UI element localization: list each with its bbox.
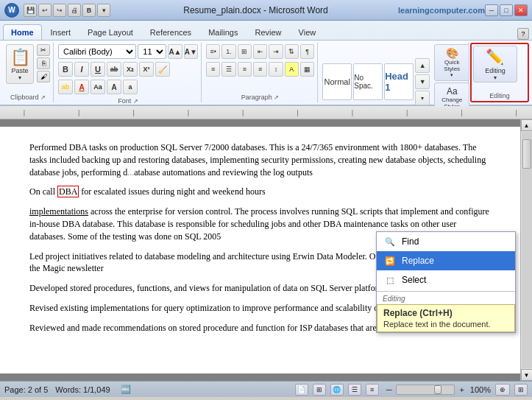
view-print-button[interactable]: 📄: [295, 384, 308, 396]
style-scroll-buttons: ▲ ▼ ▾: [415, 58, 430, 105]
clear-formatting-button[interactable]: 🧹: [155, 62, 170, 77]
font-size-select[interactable]: 11: [138, 44, 166, 59]
bullets-button[interactable]: ≡•: [206, 44, 220, 59]
copy-button[interactable]: ⎘: [37, 57, 50, 69]
tooltip-desc: Replace text in the document.: [383, 320, 508, 329]
subscript-button[interactable]: X₂: [123, 62, 138, 77]
increase-indent-button[interactable]: ⇥: [269, 44, 283, 59]
zoom-slider[interactable]: [396, 385, 455, 395]
zoom-percent-label: 100%: [470, 385, 491, 394]
change-case-button[interactable]: Aa: [91, 80, 105, 94]
editing-button[interactable]: ✏️ Editing ▾: [473, 46, 517, 83]
zoom-plus-button[interactable]: +: [459, 385, 464, 394]
font-size-decrease2[interactable]: a: [123, 80, 138, 94]
decrease-indent-button[interactable]: ⇤: [253, 44, 267, 59]
save-button[interactable]: 💾: [24, 4, 37, 17]
tab-page-layout[interactable]: Page Layout: [79, 24, 141, 40]
replace-label: Replace: [402, 256, 434, 266]
style-heading1[interactable]: Head 1: [384, 63, 414, 100]
shading-button[interactable]: A: [285, 62, 299, 77]
grow-font-button[interactable]: A▲: [168, 44, 182, 59]
line-spacing-button[interactable]: ↕: [269, 62, 283, 77]
para-row-1: ≡• 1. ⊞ ⇤ ⇥ ⇅ ¶: [206, 44, 314, 59]
bold-button[interactable]: B: [58, 62, 73, 77]
redo-button[interactable]: ↪: [53, 4, 66, 17]
ribbon: Home Insert Page Layout References Maili…: [0, 21, 532, 106]
superscript-button[interactable]: X²: [139, 62, 154, 77]
underline-button[interactable]: U: [91, 62, 105, 77]
paragraph-group: ≡• 1. ⊞ ⇤ ⇥ ⇅ ¶ ≡ ☰ ≡ ≡ ↕ A ▦: [203, 43, 318, 102]
select-menu-item[interactable]: ⬚ Select: [377, 270, 515, 290]
undo-button[interactable]: ↩: [38, 4, 52, 17]
tab-references[interactable]: References: [142, 24, 199, 40]
maximize-button[interactable]: □: [500, 4, 513, 16]
scroll-track[interactable]: [522, 132, 532, 368]
view-draft-button[interactable]: ≡: [366, 384, 379, 396]
tab-home[interactable]: Home: [3, 24, 42, 40]
multilevel-list-button[interactable]: ⊞: [238, 44, 252, 59]
numbering-button[interactable]: 1.: [221, 44, 235, 59]
tab-view[interactable]: View: [291, 24, 324, 40]
show-formatting-button[interactable]: ¶: [300, 44, 314, 59]
quick-styles-button[interactable]: 🎨 QuickStyles ▾: [434, 44, 469, 81]
minimize-button[interactable]: ─: [485, 4, 498, 16]
clipboard-label: Clipboard ↗: [10, 92, 46, 101]
shrink-font-button[interactable]: A▼: [184, 44, 198, 59]
print-button[interactable]: 🖨: [68, 4, 81, 17]
status-icon: 🔤: [121, 385, 131, 394]
editing-group-label: Editing: [489, 91, 510, 99]
style-more-button[interactable]: ▾: [415, 91, 430, 105]
tab-insert[interactable]: Insert: [43, 24, 79, 40]
tab-mailings[interactable]: Mailings: [200, 24, 246, 40]
style-normal[interactable]: Normal: [322, 63, 352, 100]
strikethrough-button[interactable]: ab: [107, 62, 121, 77]
scroll-down-button[interactable]: ▼: [521, 369, 533, 381]
zoom-expand-button[interactable]: ⊞: [514, 384, 528, 396]
doc-paragraph-1: Performed DBA tasks on production SQL Se…: [29, 141, 491, 178]
editing-dropdown: 🔍 Find 🔁 Replace ⬚ Select Editing Replac…: [376, 231, 516, 333]
text-highlight-button[interactable]: ab: [58, 80, 73, 94]
bold-quick-button[interactable]: B: [82, 4, 96, 17]
align-left-button[interactable]: ≡: [206, 62, 220, 77]
find-menu-item[interactable]: 🔍 Find: [377, 232, 515, 251]
zoom-thumb[interactable]: [434, 385, 441, 394]
style-no-spacing[interactable]: No Spac.: [353, 63, 383, 100]
view-fullscreen-button[interactable]: ⊞: [313, 384, 326, 396]
replace-menu-item[interactable]: 🔁 Replace: [377, 251, 515, 270]
word-logo: W: [4, 3, 19, 18]
align-center-button[interactable]: ☰: [221, 62, 235, 77]
cut-button[interactable]: ✂: [37, 44, 50, 56]
tab-review[interactable]: Review: [247, 24, 289, 40]
editing-content: ✏️ Editing ▾: [473, 46, 526, 91]
close-button[interactable]: ✕: [514, 4, 528, 16]
view-web-button[interactable]: 🌐: [330, 384, 344, 396]
view-outline-button[interactable]: ☰: [348, 384, 361, 396]
zoom-fit-button[interactable]: ⊕: [495, 384, 510, 396]
font-size-increase2[interactable]: A: [107, 80, 121, 94]
font-row-3: ab A Aa A a: [58, 80, 198, 94]
style-scroll-down[interactable]: ▼: [415, 74, 430, 89]
vertical-scrollbar[interactable]: ▲ ▼: [520, 119, 532, 381]
scroll-up-button[interactable]: ▲: [521, 119, 533, 131]
font-content: Calibri (Body) 11 A▲ A▼ B I U ab X₂ X² 🧹: [58, 44, 198, 96]
para-row-2: ≡ ☰ ≡ ≡ ↕ A ▦: [206, 62, 314, 77]
zoom-minus-button[interactable]: ─: [386, 385, 392, 394]
align-right-button[interactable]: ≡: [238, 62, 252, 77]
ribbon-help-button[interactable]: ?: [517, 28, 529, 40]
justify-button[interactable]: ≡: [253, 62, 267, 77]
sort-button[interactable]: ⇅: [285, 44, 299, 59]
style-scroll-up[interactable]: ▲: [415, 58, 430, 73]
paste-button[interactable]: 📋 Paste ▾: [6, 44, 34, 84]
paragraph-label: Paragraph ↗: [241, 92, 280, 101]
format-painter-button[interactable]: 🖌: [37, 71, 50, 83]
window-title: Resume_plain.docx - Microsoft Word: [113, 5, 398, 15]
dropdown-arrow[interactable]: ▾: [97, 4, 110, 17]
scroll-thumb[interactable]: [522, 139, 531, 169]
page-info-label: Page: 2 of 5: [4, 385, 48, 394]
doc-paragraph-2: On call DBA for escalated issues during …: [29, 186, 491, 198]
borders-button[interactable]: ▦: [300, 62, 314, 77]
italic-button[interactable]: I: [74, 62, 89, 77]
font-row-1: Calibri (Body) 11 A▲ A▼: [58, 44, 198, 59]
font-color-button[interactable]: A: [74, 80, 89, 94]
font-name-select[interactable]: Calibri (Body): [58, 44, 136, 59]
